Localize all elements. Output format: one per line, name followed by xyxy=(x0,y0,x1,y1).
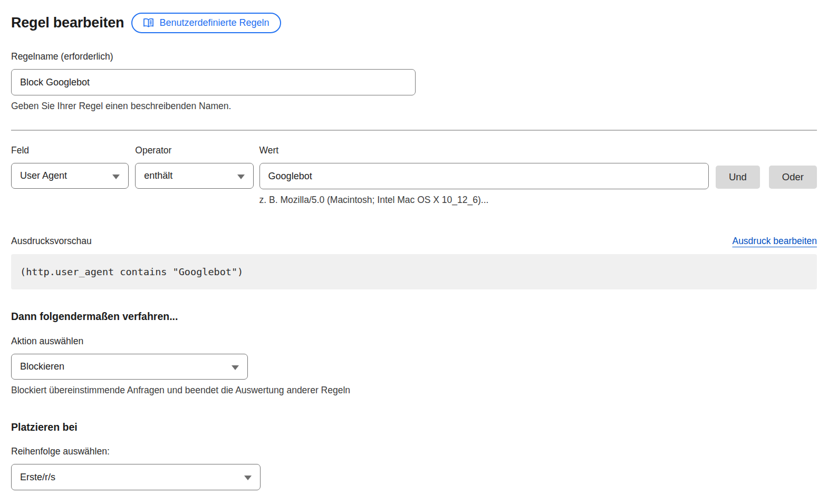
operator-label: Operator xyxy=(135,145,253,156)
operator-select[interactable]: enthält xyxy=(135,163,253,189)
rule-name-help: Geben Sie Ihrer Regel einen beschreibend… xyxy=(11,101,817,112)
chevron-down-icon xyxy=(237,175,245,179)
section-divider xyxy=(11,130,817,131)
expression-preview-label: Ausdrucksvorschau xyxy=(11,236,92,247)
expression-section: Ausdrucksvorschau Ausdruck bearbeiten (h… xyxy=(11,236,817,289)
value-label: Wert xyxy=(259,145,709,156)
action-select-label: Aktion auswählen xyxy=(11,336,817,347)
placement-section: Platzieren bei Reihenfolge auswählen: Er… xyxy=(11,421,817,490)
or-button[interactable]: Oder xyxy=(769,166,817,189)
operator-selected-value: enthält xyxy=(144,170,172,181)
value-example-text: z. B. Mozilla/5.0 (Macintosh; Intel Mac … xyxy=(259,195,709,206)
rule-name-input[interactable] xyxy=(11,69,416,95)
order-select-label: Reihenfolge auswählen: xyxy=(11,446,817,457)
action-heading: Dann folgendermaßen verfahren... xyxy=(11,311,817,323)
and-button[interactable]: Und xyxy=(716,166,760,189)
value-column: Wert z. B. Mozilla/5.0 (Macintosh; Intel… xyxy=(259,145,709,206)
edit-rule-page: Regel bearbeiten Benutzerdefinierte Rege… xyxy=(0,0,828,490)
expression-code-block: (http.user_agent contains "Googlebot") xyxy=(11,254,817,289)
field-select[interactable]: User Agent xyxy=(11,163,129,189)
chevron-down-icon xyxy=(232,365,239,370)
expression-code: (http.user_agent contains "Googlebot") xyxy=(20,266,243,277)
placement-heading: Platzieren bei xyxy=(11,421,817,433)
chevron-down-icon xyxy=(244,476,252,480)
value-input[interactable] xyxy=(259,163,709,189)
expression-header: Ausdrucksvorschau Ausdruck bearbeiten xyxy=(11,236,817,247)
page-title: Regel bearbeiten xyxy=(11,15,124,31)
order-select[interactable]: Erste/r/s xyxy=(11,464,261,490)
action-help: Blockiert übereinstimmende Anfragen und … xyxy=(11,385,817,396)
action-select[interactable]: Blockieren xyxy=(11,354,248,380)
operator-column: Operator enthält xyxy=(135,145,253,189)
condition-row: Feld User Agent Operator enthält Wert z.… xyxy=(11,145,817,206)
edit-expression-link[interactable]: Ausdruck bearbeiten xyxy=(732,236,817,247)
action-selected-value: Blockieren xyxy=(20,361,64,372)
rule-name-label: Regelname (erforderlich) xyxy=(11,51,817,62)
order-selected-value: Erste/r/s xyxy=(20,472,55,483)
custom-rules-docs-label: Benutzerdefinierte Regeln xyxy=(159,17,269,28)
chevron-down-icon xyxy=(112,175,120,179)
field-column: Feld User Agent xyxy=(11,145,129,189)
field-label: Feld xyxy=(11,145,129,156)
custom-rules-docs-button[interactable]: Benutzerdefinierte Regeln xyxy=(131,13,281,33)
title-row: Regel bearbeiten Benutzerdefinierte Rege… xyxy=(11,13,817,33)
action-section: Dann folgendermaßen verfahren... Aktion … xyxy=(11,311,817,396)
rule-name-section: Regelname (erforderlich) Geben Sie Ihrer… xyxy=(11,51,817,112)
field-selected-value: User Agent xyxy=(20,170,67,181)
open-book-icon xyxy=(143,18,154,28)
